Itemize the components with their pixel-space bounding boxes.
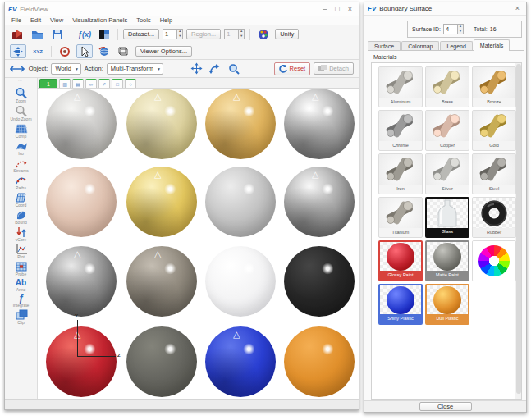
tab-materials[interactable]: Materials xyxy=(474,39,510,51)
object-select[interactable]: World▼ xyxy=(51,63,80,75)
spin-icon[interactable]: ○ xyxy=(125,79,136,88)
vcore-tool[interactable]: vCore xyxy=(7,226,36,243)
sphere-silver[interactable] xyxy=(205,167,276,237)
material-tile-glossy-paint[interactable]: Glossy Paint xyxy=(378,240,423,281)
main-titlebar[interactable]: FV FieldView – □ × xyxy=(5,2,359,16)
xyz-axes-icon[interactable]: XYZ xyxy=(30,44,46,58)
anno-tool[interactable]: AbAnno xyxy=(7,277,36,293)
panel-titlebar[interactable]: FV Boundary Surface × xyxy=(364,2,526,16)
dataset-button[interactable]: Dataset... xyxy=(123,29,159,40)
fly-mode-icon[interactable]: ↗ xyxy=(98,79,110,88)
iso-tool[interactable]: Iso xyxy=(7,139,36,157)
sphere-copper[interactable] xyxy=(46,167,117,237)
probe-tool[interactable]: Probe xyxy=(7,260,36,277)
save-icon[interactable] xyxy=(49,27,66,41)
region-spinner[interactable]: ▲▼ xyxy=(224,29,245,39)
sphere-aluminum[interactable]: △ xyxy=(46,89,117,159)
coord-tool[interactable]: Coord xyxy=(7,191,36,208)
reset-button[interactable]: Reset xyxy=(274,62,311,75)
sphere-shiny-plastic[interactable]: △ xyxy=(205,326,276,397)
sphere-gold[interactable]: △ xyxy=(126,167,197,237)
sphere-brass[interactable]: △ xyxy=(126,89,197,159)
file-toolbar: ƒ(x) Dataset... ▲▼ Region... ▲▼ Unify xyxy=(5,25,359,43)
material-tile-copper[interactable]: Copper xyxy=(425,110,469,151)
sphere-titanium[interactable]: △ xyxy=(126,246,197,317)
material-tile-steel[interactable]: Steel xyxy=(472,153,516,194)
plot-tool[interactable]: Plot xyxy=(7,243,36,260)
material-tile-chrome[interactable]: Chrome xyxy=(378,110,423,151)
sphere-iron[interactable]: △ xyxy=(46,246,117,317)
streams-tool[interactable]: Streams xyxy=(7,157,36,174)
render-canvas[interactable]: △△△△△△△△△△ Y Z xyxy=(38,89,359,399)
material-tile-shiny-plastic[interactable]: Shiny Plastic xyxy=(378,284,423,325)
sphere-bronze[interactable]: △ xyxy=(205,89,276,159)
perspective-box-icon[interactable] xyxy=(116,44,132,58)
sphere-chrome[interactable]: △ xyxy=(284,89,355,159)
zoom-tool[interactable]: Zoom xyxy=(7,86,36,104)
minimize-icon[interactable]: – xyxy=(323,6,327,13)
sphere-steel[interactable]: △ xyxy=(284,167,355,237)
material-tile-aluminum[interactable]: Aluminum xyxy=(378,66,423,107)
action-select[interactable]: Multi-Transform▼ xyxy=(107,63,164,75)
transform-icon[interactable] xyxy=(10,62,25,75)
unify-button[interactable]: Unify xyxy=(275,29,299,40)
region-button[interactable]: Region... xyxy=(186,29,221,40)
colormap-icon[interactable] xyxy=(96,27,112,41)
panel-close-icon[interactable]: × xyxy=(515,5,520,12)
material-tile-brass[interactable]: Brass xyxy=(425,66,469,107)
material-tile-iron[interactable]: Iron xyxy=(378,153,423,194)
formula-icon[interactable]: ƒ(x) xyxy=(76,27,93,41)
background-icon[interactable]: □ xyxy=(112,79,123,88)
material-tile-glass[interactable]: Glass xyxy=(425,197,469,238)
sphere-matte-paint[interactable] xyxy=(126,326,197,397)
color-wheel[interactable] xyxy=(478,245,510,276)
close-icon[interactable]: × xyxy=(348,6,352,13)
palette-icon[interactable] xyxy=(255,27,272,41)
menu-edit[interactable]: Edit xyxy=(30,16,41,24)
material-tile-gold[interactable]: Gold xyxy=(472,110,516,151)
sphere-rubber[interactable] xyxy=(284,246,355,317)
material-tile-rubber[interactable]: Rubber xyxy=(472,197,516,238)
close-button[interactable]: Close xyxy=(419,402,472,411)
sphere-dull-plastic[interactable] xyxy=(284,326,355,397)
integrate-tool[interactable]: ƒIntegrate xyxy=(7,293,36,308)
rotate-globe-icon[interactable] xyxy=(96,44,112,58)
open-folder-icon[interactable] xyxy=(30,27,46,41)
sphere-glossy-paint[interactable]: △ xyxy=(46,326,117,397)
select-cursor-icon[interactable] xyxy=(76,44,93,58)
center-view-icon[interactable] xyxy=(10,44,26,58)
layout-rows-icon[interactable]: ▤ xyxy=(72,79,84,88)
layout-columns-icon[interactable]: ▥ xyxy=(59,79,71,88)
material-tile-titanium[interactable]: Titanium xyxy=(378,197,423,238)
paths-tool[interactable]: Paths xyxy=(7,174,36,191)
menu-view[interactable]: View xyxy=(50,16,63,24)
viewport-tab-1[interactable]: 1 xyxy=(39,79,57,88)
menu-file[interactable]: File xyxy=(11,16,21,24)
detach-button[interactable]: Detach xyxy=(314,62,354,75)
materials-tabpane: Materials AluminumBrassBronzeChromeCoppe… xyxy=(368,50,524,403)
surface-id-spinner[interactable]: ▲▼ xyxy=(443,24,464,34)
menu-help[interactable]: Help xyxy=(160,16,172,24)
clip-tool[interactable]: Clip xyxy=(7,308,36,326)
pan-icon[interactable] xyxy=(189,62,204,75)
rotate-icon[interactable] xyxy=(208,62,223,75)
bound-tool[interactable]: Bound xyxy=(7,208,36,226)
material-tile-bronze[interactable]: Bronze xyxy=(472,66,516,107)
maximize-icon[interactable]: □ xyxy=(335,6,339,13)
viewer-options-button[interactable]: Viewer Options... xyxy=(135,46,192,57)
sphere-glass[interactable] xyxy=(205,246,276,317)
menu-tools[interactable]: Tools xyxy=(136,16,151,24)
zoom-tool-icon[interactable] xyxy=(226,62,241,75)
menu-visualization-panels[interactable]: Visualization Panels xyxy=(72,16,127,24)
material-tile-silver[interactable]: Silver xyxy=(425,153,469,194)
material-tile-color-wheel[interactable] xyxy=(472,240,516,281)
toolbar-grip[interactable]: ⋯⋯ xyxy=(18,79,24,85)
read-data-icon[interactable] xyxy=(10,27,26,41)
dataset-spinner[interactable]: ▲▼ xyxy=(163,29,183,39)
undo-zoom-tool[interactable]: Undo Zoom xyxy=(7,104,36,122)
material-tile-dull-plastic[interactable]: Dull Plastic xyxy=(425,284,469,325)
material-tile-matte-paint[interactable]: Matte Paint xyxy=(425,240,469,281)
link-views-icon[interactable]: ∞ xyxy=(85,79,97,88)
comp-tool[interactable]: Comp xyxy=(7,122,36,139)
center-of-rotation-icon[interactable] xyxy=(57,44,73,58)
